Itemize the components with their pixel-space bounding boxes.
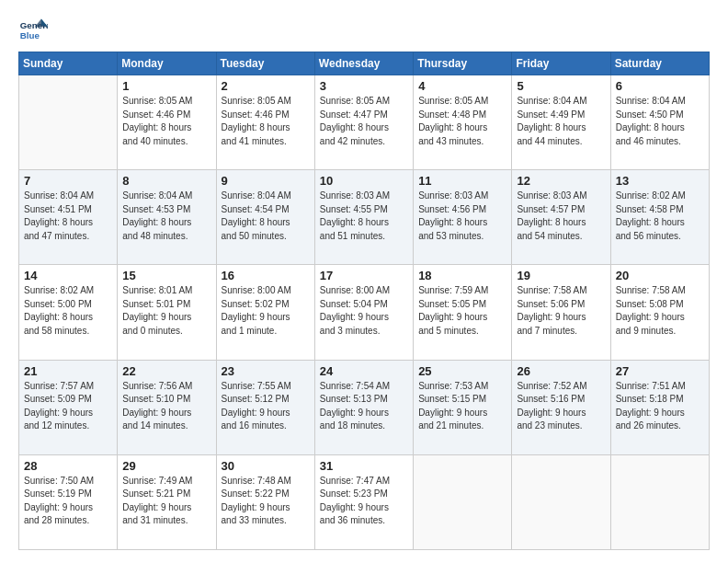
day-number: 12 [517, 174, 605, 188]
weekday-header-tuesday: Tuesday [216, 52, 314, 75]
calendar-cell: 7Sunrise: 8:04 AM Sunset: 4:51 PM Daylig… [19, 170, 118, 265]
day-info: Sunrise: 7:57 AM Sunset: 5:09 PM Dayligh… [24, 380, 112, 433]
day-info: Sunrise: 8:05 AM Sunset: 4:46 PM Dayligh… [122, 95, 210, 148]
day-number: 23 [222, 364, 310, 378]
day-number: 29 [122, 459, 210, 473]
logo-icon: General Blue [18, 17, 48, 42]
calendar-cell [19, 75, 118, 170]
day-number: 26 [517, 364, 605, 378]
day-info: Sunrise: 8:00 AM Sunset: 5:04 PM Dayligh… [320, 284, 408, 338]
day-info: Sunrise: 7:59 AM Sunset: 5:05 PM Dayligh… [418, 284, 506, 338]
week-row-2: 7Sunrise: 8:04 AM Sunset: 4:51 PM Daylig… [19, 170, 710, 265]
calendar-cell: 27Sunrise: 7:51 AM Sunset: 5:18 PM Dayli… [610, 360, 709, 454]
day-info: Sunrise: 8:04 AM Sunset: 4:53 PM Dayligh… [122, 190, 210, 243]
day-number: 8 [122, 174, 210, 188]
day-info: Sunrise: 7:58 AM Sunset: 5:06 PM Dayligh… [517, 284, 605, 338]
day-info: Sunrise: 8:03 AM Sunset: 4:55 PM Dayligh… [320, 190, 408, 243]
weekday-header-sunday: Sunday [19, 52, 118, 75]
day-number: 2 [222, 79, 310, 93]
calendar-cell: 29Sunrise: 7:49 AM Sunset: 5:21 PM Dayli… [118, 454, 216, 549]
calendar-cell: 23Sunrise: 7:55 AM Sunset: 5:12 PM Dayli… [216, 360, 314, 454]
day-info: Sunrise: 7:49 AM Sunset: 5:21 PM Dayligh… [122, 475, 210, 528]
day-number: 17 [320, 269, 408, 282]
calendar-cell: 11Sunrise: 8:03 AM Sunset: 4:56 PM Dayli… [414, 170, 512, 265]
svg-text:Blue: Blue [20, 30, 40, 40]
calendar-cell: 6Sunrise: 8:04 AM Sunset: 4:50 PM Daylig… [610, 75, 709, 170]
day-info: Sunrise: 8:04 AM Sunset: 4:50 PM Dayligh… [616, 95, 704, 148]
day-number: 21 [24, 364, 112, 378]
day-info: Sunrise: 8:04 AM Sunset: 4:54 PM Dayligh… [222, 190, 310, 243]
day-number: 3 [320, 79, 408, 93]
day-info: Sunrise: 8:02 AM Sunset: 5:00 PM Dayligh… [24, 284, 112, 338]
calendar-cell: 26Sunrise: 7:52 AM Sunset: 5:16 PM Dayli… [512, 360, 610, 454]
day-info: Sunrise: 8:03 AM Sunset: 4:57 PM Dayligh… [517, 190, 605, 243]
day-info: Sunrise: 8:04 AM Sunset: 4:49 PM Dayligh… [517, 95, 605, 148]
day-info: Sunrise: 8:04 AM Sunset: 4:51 PM Dayligh… [24, 190, 112, 243]
day-number: 31 [320, 459, 408, 473]
day-number: 13 [616, 174, 704, 188]
week-row-1: 1Sunrise: 8:05 AM Sunset: 4:46 PM Daylig… [19, 75, 710, 170]
calendar-cell: 5Sunrise: 8:04 AM Sunset: 4:49 PM Daylig… [512, 75, 610, 170]
day-info: Sunrise: 7:55 AM Sunset: 5:12 PM Dayligh… [222, 380, 310, 433]
calendar-cell: 16Sunrise: 8:00 AM Sunset: 5:02 PM Dayli… [216, 265, 314, 360]
header: General Blue [18, 17, 710, 42]
day-info: Sunrise: 7:47 AM Sunset: 5:23 PM Dayligh… [320, 475, 408, 528]
page: General Blue SundayMondayTuesdayWednesda… [0, 0, 728, 563]
calendar-cell: 30Sunrise: 7:48 AM Sunset: 5:22 PM Dayli… [216, 454, 314, 549]
week-row-3: 14Sunrise: 8:02 AM Sunset: 5:00 PM Dayli… [19, 265, 710, 360]
day-info: Sunrise: 8:05 AM Sunset: 4:47 PM Dayligh… [320, 95, 408, 148]
day-number: 28 [24, 459, 112, 473]
day-info: Sunrise: 8:05 AM Sunset: 4:48 PM Dayligh… [418, 95, 506, 148]
calendar-cell [610, 454, 709, 549]
day-number: 27 [616, 364, 704, 378]
day-number: 18 [418, 269, 506, 282]
calendar-cell: 31Sunrise: 7:47 AM Sunset: 5:23 PM Dayli… [314, 454, 413, 549]
day-number: 15 [122, 269, 210, 282]
week-row-4: 21Sunrise: 7:57 AM Sunset: 5:09 PM Dayli… [19, 360, 710, 454]
weekday-header-row: SundayMondayTuesdayWednesdayThursdayFrid… [19, 52, 710, 75]
calendar-cell: 13Sunrise: 8:02 AM Sunset: 4:58 PM Dayli… [610, 170, 709, 265]
day-info: Sunrise: 7:48 AM Sunset: 5:22 PM Dayligh… [222, 475, 310, 528]
calendar-cell: 17Sunrise: 8:00 AM Sunset: 5:04 PM Dayli… [314, 265, 413, 360]
day-info: Sunrise: 8:00 AM Sunset: 5:02 PM Dayligh… [222, 284, 310, 338]
day-number: 7 [24, 174, 112, 188]
logo: General Blue [18, 17, 48, 42]
calendar-cell: 24Sunrise: 7:54 AM Sunset: 5:13 PM Dayli… [314, 360, 413, 454]
day-number: 30 [222, 459, 310, 473]
weekday-header-wednesday: Wednesday [314, 52, 413, 75]
calendar-cell: 1Sunrise: 8:05 AM Sunset: 4:46 PM Daylig… [118, 75, 216, 170]
weekday-header-friday: Friday [512, 52, 610, 75]
day-info: Sunrise: 7:56 AM Sunset: 5:10 PM Dayligh… [122, 380, 210, 433]
day-info: Sunrise: 7:54 AM Sunset: 5:13 PM Dayligh… [320, 380, 408, 433]
calendar-table: SundayMondayTuesdayWednesdayThursdayFrid… [18, 52, 710, 550]
day-number: 4 [418, 79, 506, 93]
day-number: 20 [616, 269, 704, 282]
calendar-cell: 4Sunrise: 8:05 AM Sunset: 4:48 PM Daylig… [414, 75, 512, 170]
weekday-header-thursday: Thursday [414, 52, 512, 75]
day-number: 10 [320, 174, 408, 188]
day-number: 24 [320, 364, 408, 378]
weekday-header-monday: Monday [118, 52, 216, 75]
day-number: 14 [24, 269, 112, 282]
calendar-cell [414, 454, 512, 549]
day-number: 9 [222, 174, 310, 188]
calendar-cell: 25Sunrise: 7:53 AM Sunset: 5:15 PM Dayli… [414, 360, 512, 454]
day-number: 5 [517, 79, 605, 93]
day-info: Sunrise: 8:05 AM Sunset: 4:46 PM Dayligh… [222, 95, 310, 148]
day-info: Sunrise: 7:50 AM Sunset: 5:19 PM Dayligh… [24, 475, 112, 528]
calendar-cell: 12Sunrise: 8:03 AM Sunset: 4:57 PM Dayli… [512, 170, 610, 265]
day-info: Sunrise: 7:53 AM Sunset: 5:15 PM Dayligh… [418, 380, 506, 433]
day-info: Sunrise: 7:52 AM Sunset: 5:16 PM Dayligh… [517, 380, 605, 433]
week-row-5: 28Sunrise: 7:50 AM Sunset: 5:19 PM Dayli… [19, 454, 710, 549]
calendar-cell: 9Sunrise: 8:04 AM Sunset: 4:54 PM Daylig… [216, 170, 314, 265]
calendar-cell: 2Sunrise: 8:05 AM Sunset: 4:46 PM Daylig… [216, 75, 314, 170]
day-number: 22 [122, 364, 210, 378]
calendar-cell [512, 454, 610, 549]
day-info: Sunrise: 7:51 AM Sunset: 5:18 PM Dayligh… [616, 380, 704, 433]
weekday-header-saturday: Saturday [610, 52, 709, 75]
calendar-cell: 21Sunrise: 7:57 AM Sunset: 5:09 PM Dayli… [19, 360, 118, 454]
calendar-cell: 8Sunrise: 8:04 AM Sunset: 4:53 PM Daylig… [118, 170, 216, 265]
calendar-cell: 18Sunrise: 7:59 AM Sunset: 5:05 PM Dayli… [414, 265, 512, 360]
day-number: 19 [517, 269, 605, 282]
calendar-cell: 20Sunrise: 7:58 AM Sunset: 5:08 PM Dayli… [610, 265, 709, 360]
